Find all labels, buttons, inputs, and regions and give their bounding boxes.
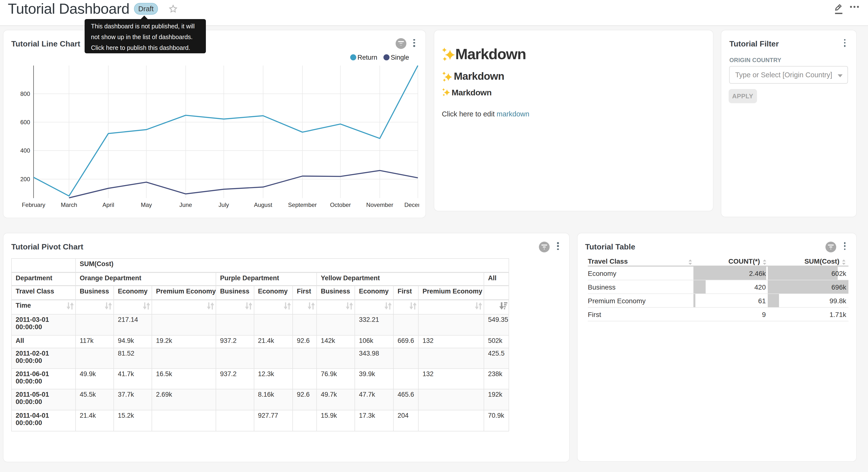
svg-text:November: November	[366, 202, 394, 208]
svg-text:July: July	[219, 202, 229, 208]
svg-text:April: April	[102, 202, 114, 208]
svg-text:March: March	[61, 202, 77, 208]
svg-text:February: February	[22, 202, 45, 208]
svg-text:May: May	[141, 202, 152, 208]
svg-text:Return: Return	[358, 54, 377, 61]
svg-text:September: September	[288, 202, 317, 208]
svg-text:December: December	[404, 202, 419, 208]
svg-text:June: June	[179, 202, 192, 208]
svg-text:400: 400	[20, 147, 30, 154]
svg-text:Single: Single	[391, 54, 409, 61]
svg-text:800: 800	[20, 90, 30, 97]
svg-text:October: October	[330, 202, 351, 208]
svg-text:600: 600	[20, 119, 30, 125]
svg-text:August: August	[254, 202, 272, 208]
svg-text:200: 200	[20, 176, 30, 182]
